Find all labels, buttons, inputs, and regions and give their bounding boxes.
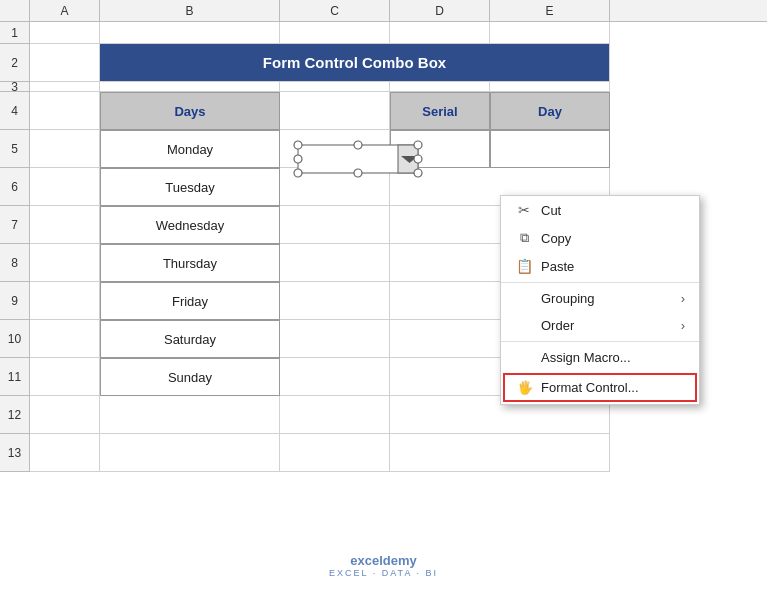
svg-point-5 xyxy=(414,141,422,149)
cell-c4[interactable] xyxy=(280,92,390,130)
cell-a9[interactable] xyxy=(30,282,100,320)
order-arrow-icon: › xyxy=(681,318,685,333)
cell-a13[interactable] xyxy=(30,434,100,472)
menu-cut-label: Cut xyxy=(541,203,561,218)
menu-item-order[interactable]: Order › xyxy=(501,312,699,339)
cell-a11[interactable] xyxy=(30,358,100,396)
day-wednesday: Wednesday xyxy=(156,218,224,233)
format-control-icon: 🖐 xyxy=(517,380,533,395)
cell-sunday[interactable]: Sunday xyxy=(100,358,280,396)
cell-c3[interactable] xyxy=(280,82,390,92)
cell-c10[interactable] xyxy=(280,320,390,358)
cell-thursday[interactable]: Thursday xyxy=(100,244,280,282)
grouping-arrow-icon: › xyxy=(681,291,685,306)
row-header-8: 8 xyxy=(0,244,30,282)
corner-cell xyxy=(0,0,30,21)
cell-day-5[interactable] xyxy=(490,130,610,168)
paste-icon: 📋 xyxy=(515,258,533,274)
menu-grouping-label: Grouping xyxy=(541,291,594,306)
menu-item-assign-macro[interactable]: Assign Macro... xyxy=(501,344,699,371)
cell-de13[interactable] xyxy=(390,434,610,472)
menu-item-cut[interactable]: ✂ Cut xyxy=(501,196,699,224)
cell-a3[interactable] xyxy=(30,82,100,92)
cell-tuesday[interactable]: Tuesday xyxy=(100,168,280,206)
day-thursday: Thursday xyxy=(163,256,217,271)
cell-a1[interactable] xyxy=(30,22,100,44)
col-header-b: B xyxy=(100,0,280,21)
cell-a10[interactable] xyxy=(30,320,100,358)
row-header-6: 6 xyxy=(0,168,30,206)
cell-c12[interactable] xyxy=(280,396,390,434)
cell-a2[interactable] xyxy=(30,44,100,82)
cell-c9[interactable] xyxy=(280,282,390,320)
cell-saturday[interactable]: Saturday xyxy=(100,320,280,358)
cell-day-header: Day xyxy=(490,92,610,130)
svg-point-8 xyxy=(294,169,302,177)
row-header-5: 5 xyxy=(0,130,30,168)
cell-a12[interactable] xyxy=(30,396,100,434)
menu-item-copy[interactable]: ⧉ Copy xyxy=(501,224,699,252)
menu-item-paste[interactable]: 📋 Paste xyxy=(501,252,699,280)
copy-icon: ⧉ xyxy=(515,230,533,246)
row-header-13: 13 xyxy=(0,434,30,472)
row-header-10: 10 xyxy=(0,320,30,358)
menu-paste-label: Paste xyxy=(541,259,574,274)
cell-a4[interactable] xyxy=(30,92,100,130)
cell-e3[interactable] xyxy=(490,82,610,92)
cell-b12[interactable] xyxy=(100,396,280,434)
menu-copy-label: Copy xyxy=(541,231,571,246)
svg-point-6 xyxy=(294,155,302,163)
menu-divider-1 xyxy=(501,282,699,283)
cell-e1[interactable] xyxy=(490,22,610,44)
cell-d3[interactable] xyxy=(390,82,490,92)
col-header-d: D xyxy=(390,0,490,21)
context-menu: ✂ Cut ⧉ Copy 📋 Paste Grouping › Order › xyxy=(500,195,700,405)
cell-c13[interactable] xyxy=(280,434,390,472)
cell-c11[interactable] xyxy=(280,358,390,396)
row-header-4: 4 xyxy=(0,92,30,130)
cell-b3[interactable] xyxy=(100,82,280,92)
menu-divider-2 xyxy=(501,341,699,342)
cell-c1[interactable] xyxy=(280,22,390,44)
watermark: exceldemy EXCEL · DATA · BI xyxy=(329,553,438,578)
menu-item-format-control[interactable]: 🖐 Format Control... xyxy=(503,373,697,402)
cell-a8[interactable] xyxy=(30,244,100,282)
cell-a6[interactable] xyxy=(30,168,100,206)
grid-row-2: Form Control Combo Box xyxy=(30,44,767,82)
cell-c7[interactable] xyxy=(280,206,390,244)
cell-title: Form Control Combo Box xyxy=(100,44,610,82)
row-header-2: 2 xyxy=(0,44,30,82)
cell-days-header: Days xyxy=(100,92,280,130)
cell-d1[interactable] xyxy=(390,22,490,44)
menu-item-grouping[interactable]: Grouping › xyxy=(501,285,699,312)
cell-monday[interactable]: Monday xyxy=(100,130,280,168)
menu-format-control-label: Format Control... xyxy=(541,380,639,395)
cell-wednesday[interactable]: Wednesday xyxy=(100,206,280,244)
row-header-3: 3 xyxy=(0,82,30,92)
cell-a5[interactable] xyxy=(30,130,100,168)
watermark-sub: EXCEL · DATA · BI xyxy=(329,568,438,578)
row-header-7: 7 xyxy=(0,206,30,244)
col-header-e: E xyxy=(490,0,610,21)
grid-row-1 xyxy=(30,22,767,44)
cell-b1[interactable] xyxy=(100,22,280,44)
day-sunday: Sunday xyxy=(168,370,212,385)
day-friday: Friday xyxy=(172,294,208,309)
cell-b13[interactable] xyxy=(100,434,280,472)
row-header-11: 11 xyxy=(0,358,30,396)
cell-c8[interactable] xyxy=(280,244,390,282)
cut-icon: ✂ xyxy=(515,202,533,218)
cell-friday[interactable]: Friday xyxy=(100,282,280,320)
row-header-12: 12 xyxy=(0,396,30,434)
grid-row-3 xyxy=(30,82,767,92)
cell-a7[interactable] xyxy=(30,206,100,244)
watermark-main: exceldemy xyxy=(329,553,438,568)
col-header-c: C xyxy=(280,0,390,21)
day-tuesday: Tuesday xyxy=(165,180,214,195)
day-saturday: Saturday xyxy=(164,332,216,347)
row-header-1: 1 xyxy=(0,22,30,44)
menu-assign-macro-label: Assign Macro... xyxy=(541,350,631,365)
svg-point-7 xyxy=(414,155,422,163)
cell-serial-header: Serial xyxy=(390,92,490,130)
combo-box-drawing[interactable] xyxy=(258,140,458,205)
